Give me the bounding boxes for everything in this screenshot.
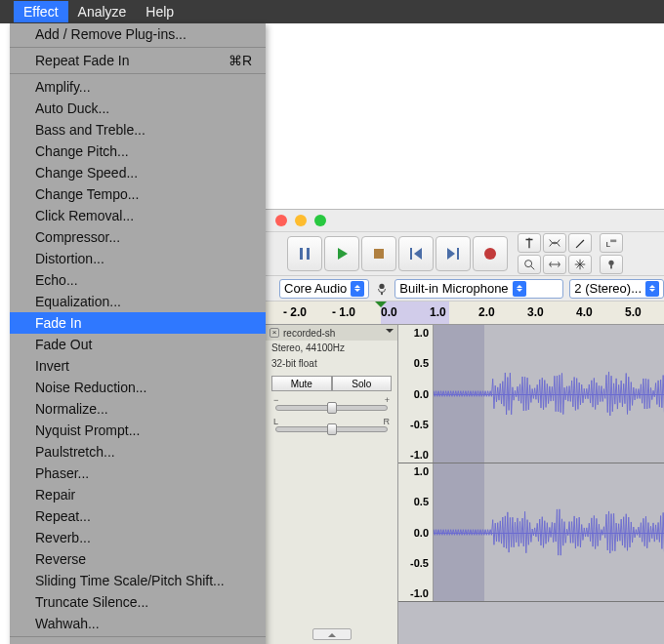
menu-item-reverb[interactable]: Reverb... (10, 527, 266, 548)
track-menu-dropdown-icon[interactable] (386, 329, 394, 337)
audio-host-value: Core Audio (284, 281, 347, 296)
track-control-panel: × recorded-sh Stereo, 44100Hz 32-bit flo… (266, 325, 398, 644)
menu-separator (10, 47, 266, 48)
timeline-ruler[interactable]: - 2.0- 1.00.01.02.03.04.05.0 (266, 302, 664, 325)
waveform-channel-1[interactable]: 1.00.50.0-0.5-1.0 (398, 325, 664, 463)
meter-left-icon[interactable]: L (600, 233, 623, 253)
menu-item-click-removal[interactable]: Click Removal... (10, 205, 266, 226)
multi-tool[interactable] (568, 255, 592, 274)
menu-item-auto-duck[interactable]: Auto Duck... (10, 98, 266, 119)
waveform-svg (434, 325, 664, 463)
menu-item-phaser[interactable]: Phaser... (10, 463, 266, 484)
menu-item-invert[interactable]: Invert (10, 355, 266, 377)
audacity-window: L Core Audio Built-in Microphone 2 (Ster… (266, 209, 664, 644)
menubar: EffectAnalyzeHelp (0, 0, 664, 23)
tracks-area: × recorded-sh Stereo, 44100Hz 32-bit flo… (266, 325, 664, 644)
window-controls (266, 210, 664, 231)
record-button[interactable] (473, 236, 508, 271)
menu-item-amplify[interactable]: Amplify... (10, 76, 266, 98)
menu-item-bass-and-treble[interactable]: Bass and Treble... (10, 119, 266, 141)
menu-item-normalize[interactable]: Normalize... (10, 398, 266, 420)
pan-right-label: R (384, 417, 391, 426)
playhead-marker[interactable] (375, 302, 387, 313)
gain-slider[interactable] (275, 405, 388, 411)
zoom-tool[interactable] (518, 255, 541, 274)
collapse-track-button[interactable] (312, 628, 352, 640)
svg-point-10 (380, 283, 385, 288)
axis-label: 0.5 (414, 496, 429, 507)
menu-item-truncate-silence[interactable]: Truncate Silence... (10, 591, 266, 613)
menu-help[interactable]: Help (136, 1, 184, 22)
svg-rect-9 (610, 265, 612, 269)
close-track-button[interactable]: × (270, 328, 279, 338)
timeshift-tool[interactable] (543, 255, 566, 274)
menu-item-change-speed[interactable]: Change Speed... (10, 162, 266, 183)
selection-tool[interactable] (518, 233, 541, 253)
menu-item-compressor[interactable]: Compressor... (10, 226, 266, 248)
waveform-channel-2[interactable]: 1.00.50.0-0.5-1.0 (398, 463, 664, 602)
ruler-tick: 3.0 (527, 305, 544, 319)
draw-tool[interactable] (568, 233, 592, 253)
menu-item-add-remove-plug-ins[interactable]: Add / Remove Plug-ins... (10, 23, 266, 45)
mute-button[interactable]: Mute (271, 376, 332, 391)
menu-item-paulstretch[interactable]: Paulstretch... (10, 441, 266, 463)
slider-thumb[interactable] (327, 423, 337, 435)
close-window-button[interactable] (275, 215, 287, 226)
envelope-tool[interactable] (543, 233, 566, 253)
ruler-tick: 5.0 (625, 305, 642, 319)
menu-item-reverse[interactable]: Reverse (10, 548, 266, 570)
menu-analyze[interactable]: Analyze (68, 1, 137, 22)
ruler-tick: - 2.0 (283, 305, 307, 319)
zoom-window-button[interactable] (314, 215, 326, 226)
svg-point-6 (525, 261, 532, 267)
menu-item-wahwah[interactable]: Wahwah... (10, 613, 266, 634)
svg-rect-11 (381, 292, 383, 295)
menu-item-sliding-time-scale-pitch-shift[interactable]: Sliding Time Scale/Pitch Shift... (10, 570, 266, 591)
menu-item-fade-in[interactable]: Fade In (10, 312, 266, 334)
menu-item-echo[interactable]: Echo... (10, 269, 266, 291)
track-title-bar[interactable]: × recorded-sh (266, 325, 397, 341)
menu-item-nyquist-prompt[interactable]: Nyquist Prompt... (10, 420, 266, 441)
menu-item-fade-out[interactable]: Fade Out (10, 334, 266, 355)
recording-device-select[interactable]: Built-in Microphone (394, 279, 563, 299)
menu-item-equalization[interactable]: Equalization... (10, 291, 266, 312)
menu-item-noise-reduction[interactable]: Noise Reduction... (10, 377, 266, 398)
svg-text:L: L (606, 240, 611, 249)
waveform-area[interactable]: 1.00.50.0-0.5-1.01.00.50.0-0.5-1.0 (398, 325, 664, 644)
slider-thumb[interactable] (327, 402, 337, 414)
menu-item-repair[interactable]: Repair (10, 484, 266, 505)
svg-rect-2 (374, 249, 384, 259)
track-name: recorded-sh (283, 328, 335, 339)
menu-effect[interactable]: Effect (14, 1, 68, 22)
pause-button[interactable] (287, 236, 322, 271)
menu-item-change-pitch[interactable]: Change Pitch... (10, 141, 266, 162)
menu-item-change-tempo[interactable]: Change Tempo... (10, 183, 266, 205)
svg-rect-4 (457, 248, 459, 260)
minimize-window-button[interactable] (295, 215, 307, 226)
pan-slider[interactable] (275, 426, 388, 432)
audio-host-select[interactable]: Core Audio (279, 279, 369, 299)
ruler-tick: - 1.0 (332, 305, 355, 319)
skip-start-button[interactable] (398, 236, 434, 271)
play-button[interactable] (324, 236, 359, 271)
waveform-svg (434, 463, 664, 601)
axis-label: -0.5 (410, 419, 429, 430)
menu-item-adjustable-fade[interactable]: Adjustable Fade... (10, 639, 266, 644)
menu-item-distortion[interactable]: Distortion... (10, 248, 266, 269)
transport-toolbar: L (266, 231, 664, 276)
axis-label: -1.0 (410, 587, 429, 599)
skip-end-button[interactable] (436, 236, 471, 271)
recording-channels-select[interactable]: 2 (Stereo)... (569, 279, 664, 299)
mic-small-icon[interactable] (600, 255, 623, 274)
amplitude-axis: 1.00.50.0-0.5-1.0 (398, 463, 434, 601)
gain-plus-label: + (385, 395, 390, 405)
recording-channels-value: 2 (Stereo)... (574, 281, 642, 296)
stop-button[interactable] (361, 236, 396, 271)
solo-button[interactable]: Solo (332, 376, 393, 391)
axis-label: -0.5 (410, 557, 429, 569)
svg-rect-0 (300, 248, 303, 260)
gain-minus-label: − (273, 395, 278, 405)
menu-item-repeat[interactable]: Repeat... (10, 505, 266, 527)
effect-menu: Add / Remove Plug-ins...Repeat Fade In⌘R… (10, 23, 266, 644)
menu-item-repeat-fade-in[interactable]: Repeat Fade In⌘R (10, 50, 266, 71)
